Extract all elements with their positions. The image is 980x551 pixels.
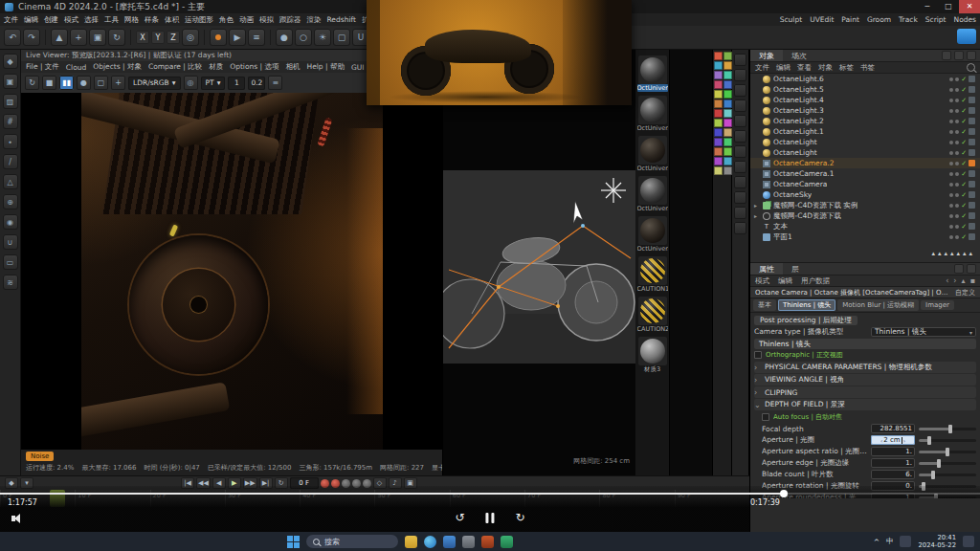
maximize-button[interactable]: □ bbox=[938, 0, 959, 13]
om-menu-item[interactable]: 编辑 bbox=[776, 63, 791, 73]
material-thumbnail[interactable] bbox=[638, 337, 667, 365]
ime-indicator[interactable]: 中 bbox=[886, 537, 894, 546]
object-row[interactable]: OctaneLight.4✓ bbox=[750, 95, 980, 105]
layout-switch-badge[interactable] bbox=[957, 29, 976, 44]
visibility-dot-top[interactable] bbox=[949, 204, 953, 208]
visibility-dot-bottom[interactable] bbox=[955, 214, 959, 218]
visibility-dot-bottom[interactable] bbox=[955, 204, 959, 208]
move-tool-icon[interactable]: + bbox=[70, 29, 87, 46]
enabled-check-icon[interactable]: ✓ bbox=[961, 233, 967, 241]
post-processing-chip[interactable]: Post processing | 后期处理 bbox=[754, 316, 858, 325]
menu-item[interactable]: Groom bbox=[867, 15, 891, 24]
network-icon[interactable] bbox=[900, 536, 911, 547]
menu-item[interactable]: Sculpt bbox=[780, 15, 802, 24]
region-scale-field[interactable]: 0.2 bbox=[248, 77, 265, 90]
object-row[interactable]: OctaneLight✓ bbox=[750, 137, 980, 147]
palette-object-icon[interactable] bbox=[724, 61, 732, 70]
app-icon-4[interactable] bbox=[501, 536, 513, 548]
material-item[interactable]: OctUniver... bbox=[637, 176, 668, 212]
tab-layers[interactable]: 层 bbox=[783, 263, 808, 275]
strip-icon[interactable] bbox=[734, 115, 746, 127]
lv-menu-item[interactable]: Objects | 对象 bbox=[93, 62, 142, 72]
light-create-icon[interactable]: ☀ bbox=[314, 29, 331, 46]
enabled-check-icon[interactable]: ✓ bbox=[961, 97, 967, 104]
param-slider[interactable] bbox=[919, 462, 976, 465]
object-tag-icon[interactable] bbox=[969, 181, 975, 187]
palette-object-icon[interactable] bbox=[714, 80, 723, 89]
palette-object-icon[interactable] bbox=[714, 90, 723, 99]
object-tag-icon[interactable] bbox=[969, 139, 975, 145]
palette-object-icon[interactable] bbox=[724, 138, 732, 146]
visibility-dot-top[interactable] bbox=[949, 162, 953, 165]
lv-menu-item[interactable]: GUI bbox=[351, 63, 365, 72]
visibility-dot-top[interactable] bbox=[949, 151, 953, 155]
value-field[interactable]: 282.8551 bbox=[871, 424, 915, 433]
app-icon-3[interactable] bbox=[481, 536, 494, 548]
menu-item[interactable]: 文件 bbox=[4, 15, 18, 24]
material-thumbnail[interactable] bbox=[638, 136, 667, 165]
object-tag-icon[interactable] bbox=[969, 76, 975, 82]
material-thumbnail[interactable] bbox=[638, 256, 667, 285]
visibility-dot-top[interactable] bbox=[949, 235, 953, 239]
menu-item[interactable]: 角色 bbox=[219, 15, 234, 24]
locked-workplane-icon[interactable]: ▭ bbox=[3, 254, 18, 270]
value-field[interactable]: 6. bbox=[871, 470, 915, 479]
visibility-dot-top[interactable] bbox=[949, 99, 953, 102]
param-slider[interactable] bbox=[919, 451, 976, 453]
tab-basic[interactable]: 基本 bbox=[753, 299, 776, 311]
visibility-dot-bottom[interactable] bbox=[955, 77, 959, 81]
menu-item[interactable]: UVEdit bbox=[810, 15, 834, 24]
material-item[interactable]: OctUniver... bbox=[637, 136, 668, 172]
palette-object-icon[interactable] bbox=[724, 157, 732, 165]
object-row[interactable]: ▸魔顿网-C4D资源下载 实例✓ bbox=[750, 200, 980, 210]
om-path-icon[interactable] bbox=[967, 51, 976, 60]
scene-viewport[interactable] bbox=[443, 170, 635, 364]
strip-icon[interactable] bbox=[734, 207, 746, 219]
enabled-check-icon[interactable]: ✓ bbox=[961, 139, 967, 146]
visibility-dot-top[interactable] bbox=[949, 88, 953, 92]
object-tag-icon[interactable] bbox=[969, 202, 975, 209]
am-lock-icon[interactable] bbox=[954, 264, 964, 274]
visibility-dot-top[interactable] bbox=[949, 130, 953, 134]
palette-object-icon[interactable] bbox=[714, 166, 723, 175]
palette-object-icon[interactable] bbox=[724, 52, 732, 60]
palette-object-icon[interactable] bbox=[714, 109, 723, 118]
strip-icon[interactable] bbox=[734, 69, 746, 81]
lv-menu-item[interactable]: 材质 bbox=[209, 62, 223, 72]
expand-arrow-icon[interactable]: ▸ bbox=[754, 202, 760, 209]
visibility-dot-top[interactable] bbox=[949, 172, 953, 176]
object-name[interactable]: OctaneLight.2 bbox=[773, 117, 824, 125]
points-mode-icon[interactable]: ∙ bbox=[3, 134, 18, 149]
object-row[interactable]: OctaneCamera.1✓ bbox=[750, 168, 980, 179]
tab-imager[interactable]: Imager bbox=[921, 300, 954, 310]
convert-object-icon[interactable]: ◆ bbox=[3, 54, 18, 69]
close-button[interactable]: ✕ bbox=[959, 0, 980, 13]
object-tag-icon[interactable] bbox=[969, 128, 975, 135]
enabled-check-icon[interactable]: ✓ bbox=[961, 118, 967, 125]
menu-item[interactable]: Track bbox=[899, 15, 918, 24]
render-preview-window[interactable] bbox=[367, 0, 632, 105]
strip-icon[interactable] bbox=[734, 176, 746, 188]
menu-item[interactable]: 选择 bbox=[84, 15, 99, 24]
menu-item[interactable]: 编辑 bbox=[24, 15, 38, 24]
enabled-check-icon[interactable]: ✓ bbox=[961, 212, 967, 220]
object-row[interactable]: OctaneCamera.2✓ bbox=[750, 158, 980, 168]
lv-menu-item[interactable]: File | 文件 bbox=[26, 62, 59, 72]
menu-item[interactable]: 样条 bbox=[145, 15, 159, 24]
userdata-menu[interactable]: 用户数据 bbox=[801, 276, 830, 286]
menu-item[interactable]: 模式 bbox=[64, 15, 78, 24]
model-mode-icon[interactable]: ▣ bbox=[3, 74, 18, 89]
palette-object-icon[interactable] bbox=[724, 80, 732, 89]
menu-item[interactable]: 运动图形 bbox=[185, 15, 213, 24]
enabled-check-icon[interactable]: ✓ bbox=[961, 76, 967, 83]
enabled-check-icon[interactable]: ✓ bbox=[961, 170, 967, 178]
visibility-dot-top[interactable] bbox=[949, 141, 953, 144]
material-item[interactable]: OctUniver... bbox=[637, 96, 668, 132]
axis-lock-button[interactable]: Y bbox=[151, 31, 165, 44]
menu-item[interactable]: 体积 bbox=[165, 15, 179, 24]
mode-menu[interactable]: 模式 bbox=[755, 276, 769, 286]
object-name[interactable]: OctaneCamera.2 bbox=[773, 159, 835, 167]
enabled-check-icon[interactable]: ✓ bbox=[961, 191, 967, 199]
lv-menu-item[interactable]: Help | 帮助 bbox=[307, 62, 345, 72]
start-button[interactable] bbox=[287, 536, 300, 548]
